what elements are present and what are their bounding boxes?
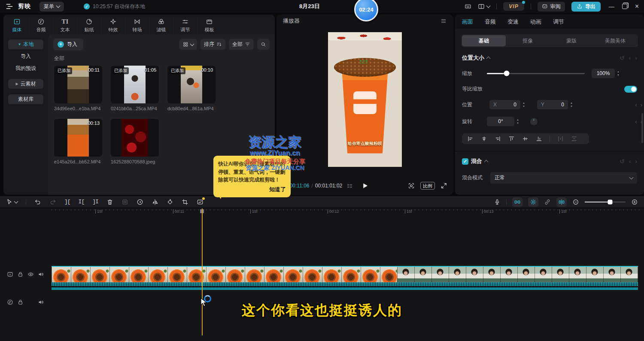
sidebar-item-stock[interactable]: 素材库 xyxy=(8,94,43,104)
reset-icon[interactable]: ↺ xyxy=(620,54,625,61)
tab-audio-settings[interactable]: 音频 xyxy=(485,18,496,26)
sidebar-item-cloud[interactable]: ▶ 云素材 xyxy=(8,79,43,89)
fullscreen-icon[interactable] xyxy=(440,182,447,189)
tab-adjust[interactable]: 调节 xyxy=(173,18,197,33)
sidebar-item-import[interactable]: 导入 xyxy=(8,51,43,61)
quality-icon[interactable] xyxy=(346,183,353,189)
media-item[interactable]: 已添加 01:05 0241bb0a...25ca.MP4 xyxy=(111,66,159,111)
trim-right-icon[interactable]: ]I xyxy=(92,199,98,205)
media-item[interactable]: 已添加 00:10 dcb80ed4...861a.MP4 xyxy=(167,66,216,111)
smart-clip-button[interactable] xyxy=(197,199,204,205)
player-menu-icon[interactable] xyxy=(440,18,447,24)
close-button[interactable]: × xyxy=(635,3,639,10)
undo-icon[interactable] xyxy=(34,199,41,205)
blend-checkbox[interactable]: ✓ xyxy=(462,158,468,165)
align-middle-vertical-icon[interactable] xyxy=(522,136,529,142)
tab-adjust-settings[interactable]: 调节 xyxy=(553,18,564,26)
link-icon[interactable] xyxy=(544,199,551,205)
linkage-button[interactable] xyxy=(528,197,538,207)
tab-templates[interactable]: 模板 xyxy=(197,18,221,33)
lock-icon[interactable] xyxy=(17,271,24,278)
menu-button[interactable]: 菜单 xyxy=(39,2,64,12)
vip-button[interactable]: VIP xyxy=(503,2,524,11)
restore-button[interactable] xyxy=(622,4,627,9)
position-size-section-header[interactable]: 位置大小 ↺ ‹ › xyxy=(462,54,637,62)
rotation-value[interactable]: 0° xyxy=(487,117,514,126)
zoom-in-icon[interactable] xyxy=(631,199,638,205)
align-center-horizontal-icon[interactable] xyxy=(481,136,487,142)
align-right-icon[interactable] xyxy=(495,136,501,142)
slider-knob[interactable] xyxy=(504,71,509,76)
distribute-horizontal-icon[interactable] xyxy=(557,136,564,142)
keyframe-prev-icon[interactable]: ‹ xyxy=(629,158,631,165)
distribute-vertical-icon[interactable] xyxy=(571,136,577,142)
eye-icon[interactable] xyxy=(27,271,34,278)
timeline-zoom-slider[interactable] xyxy=(585,202,626,202)
media-item[interactable]: 1625288070588.jpeg xyxy=(111,119,159,164)
tab-media[interactable]: 媒体 xyxy=(5,18,29,33)
timeline[interactable]: 15f 00:11 15f 00:12 15f 00:13 15f xyxy=(0,208,644,341)
export-button[interactable]: 导出 xyxy=(571,2,601,12)
scale-slider[interactable] xyxy=(487,73,585,74)
import-button[interactable]: + 导入 xyxy=(53,39,83,50)
zoom-slider-knob[interactable] xyxy=(608,199,612,204)
uniform-scale-toggle[interactable] xyxy=(624,86,637,93)
tab-transitions[interactable]: 转场 xyxy=(125,18,149,33)
record-voiceover-icon[interactable] xyxy=(494,199,501,205)
rotate-icon[interactable] xyxy=(167,199,173,205)
search-button[interactable] xyxy=(257,39,270,50)
tab-speed[interactable]: 变速 xyxy=(507,18,519,26)
scale-stepper[interactable]: ▲▼ xyxy=(617,70,620,76)
mirror-icon[interactable] xyxy=(152,199,158,205)
play-button[interactable] xyxy=(361,182,369,190)
auto-snap-button[interactable] xyxy=(512,197,522,207)
review-button[interactable]: 审阅 xyxy=(538,2,565,12)
tab-filters[interactable]: 滤镜 xyxy=(149,18,173,33)
timeline-ruler[interactable] xyxy=(52,208,641,215)
position-y-input[interactable]: Y 0 xyxy=(537,100,568,109)
scale-value[interactable]: 100% xyxy=(592,69,615,78)
minimize-button[interactable]: — xyxy=(609,3,614,10)
select-tool-button[interactable] xyxy=(6,199,18,205)
media-item[interactable]: 00:13 e145a26d...bb52.MP4 xyxy=(54,119,102,164)
subtab-basic[interactable]: 基础 xyxy=(462,35,506,46)
media-item[interactable]: 已添加 00:11 34d96ee0...e1ba.MP4 xyxy=(54,66,102,111)
subtab-mask[interactable]: 蒙版 xyxy=(550,35,593,46)
ratio-button[interactable]: 比例 xyxy=(420,182,435,190)
tab-animation[interactable]: 动画 xyxy=(530,18,541,26)
scrollbar[interactable] xyxy=(641,113,643,143)
align-bottom-icon[interactable] xyxy=(536,136,542,142)
tab-text[interactable]: TI 文本 xyxy=(53,18,77,33)
rotation-stepper[interactable]: ▲▼ xyxy=(516,118,519,124)
blend-section-header[interactable]: ✓ 混合 ↺ ‹ › xyxy=(462,157,637,165)
y-stepper[interactable]: ▲▼ xyxy=(570,102,573,108)
speaker-icon[interactable] xyxy=(38,271,44,278)
video-clip[interactable] xyxy=(52,266,638,290)
align-left-icon[interactable] xyxy=(467,136,474,142)
tab-audio[interactable]: 音频 xyxy=(29,18,53,33)
keyframe-prev-icon[interactable]: ‹ xyxy=(629,54,631,61)
shortcut-keys-icon[interactable] xyxy=(465,3,471,10)
sidebar-item-local[interactable]: ▼ 本地 xyxy=(8,39,43,49)
tab-effects[interactable]: 特效 xyxy=(101,18,125,33)
delete-icon[interactable] xyxy=(106,199,113,205)
freeze-frame-icon[interactable] xyxy=(122,199,128,205)
keyframe-next-icon[interactable]: › xyxy=(635,158,637,165)
zoom-out-icon[interactable] xyxy=(572,199,579,205)
align-top-icon[interactable] xyxy=(508,136,515,142)
sidebar-item-presets[interactable]: 我的预设 xyxy=(8,63,43,73)
subtab-beauty[interactable]: 美颜美体 xyxy=(593,35,637,46)
reverse-play-icon[interactable] xyxy=(137,199,143,205)
crop-icon[interactable] xyxy=(182,199,188,205)
view-mode-button[interactable] xyxy=(179,39,197,50)
sort-button[interactable]: 排序 xyxy=(200,39,225,50)
x-stepper[interactable]: ▲▼ xyxy=(522,102,525,108)
redo-icon[interactable] xyxy=(49,199,56,205)
blend-mode-select[interactable]: 正常 xyxy=(490,172,637,184)
tab-sticker[interactable]: 贴纸 xyxy=(77,18,101,33)
preview-axis-button[interactable] xyxy=(556,197,567,207)
video-preview[interactable]: 给你寄点酸辣粉呗 xyxy=(328,32,402,167)
rotation-dial[interactable] xyxy=(530,118,538,125)
reset-icon[interactable]: ↺ xyxy=(620,158,625,165)
subtab-cutout[interactable]: 抠像 xyxy=(506,35,550,46)
